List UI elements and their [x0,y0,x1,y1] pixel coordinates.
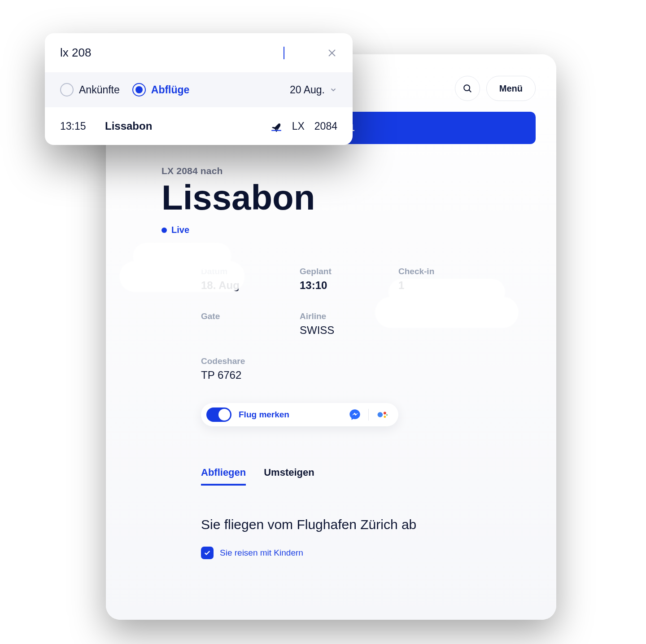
radio-arrivals[interactable]: Ankünfte [60,83,120,96]
filter-row: Ankünfte Abflüge 20 Aug. [45,72,353,107]
google-assistant-icon[interactable] [376,408,388,421]
live-indicator: Live [162,225,536,235]
date-select[interactable]: 20 Aug. [290,84,337,96]
svg-point-0 [464,85,470,91]
tab-depart[interactable]: Abfliegen [201,467,246,486]
children-checkbox-label: Sie reisen mit Kindern [220,548,303,558]
detail-label: Gate [201,311,300,321]
search-input-row [45,33,353,72]
svg-point-4 [384,416,386,418]
result-flight-number: 2084 [314,120,337,132]
chevron-down-icon [329,86,337,94]
close-icon[interactable] [327,48,337,58]
tab-transfer[interactable]: Umsteigen [264,467,314,486]
messenger-icon[interactable] [349,408,361,421]
search-icon [463,83,472,93]
svg-point-2 [377,412,383,417]
action-pill: Flug merken [201,403,398,426]
live-dot-icon [162,228,167,233]
children-checkbox-row: Sie reisen mit Kindern [201,547,536,559]
detail-value: 13:10 [300,279,398,292]
radio-label: Ankünfte [79,84,120,96]
section-title: Sie fliegen vom Flughafen Zürich ab [201,517,536,532]
tabs-row: Abfliegen Umsteigen [201,467,536,486]
detail-label: Codeshare [201,356,300,366]
radio-icon [132,83,146,96]
flight-destination-title: Lissabon [162,180,536,215]
divider [368,409,369,421]
svg-point-3 [384,412,386,415]
search-button[interactable] [455,76,480,101]
svg-line-1 [469,90,471,92]
live-text: Live [171,225,189,235]
svg-point-5 [386,414,388,416]
detail-label: Geplant [300,267,398,276]
radio-departures[interactable]: Abflüge [132,83,190,96]
menu-button[interactable]: Menü [486,76,536,101]
children-checkbox[interactable] [201,547,214,559]
detail-value: TP 6762 [201,369,300,381]
check-icon [204,549,211,556]
detail-gate: Gate [201,311,300,337]
result-time: 13:15 [60,120,92,132]
remember-flight-label: Flug merken [239,410,289,420]
radio-label: Abflüge [151,84,190,96]
search-result-row[interactable]: 13:15 Lissabon LX 2084 [45,107,353,145]
detail-codeshare: Codeshare TP 6762 [201,356,300,381]
cloud-decoration [119,261,245,292]
radio-icon [60,83,74,96]
flight-number-label: LX 2084 nach [162,166,536,176]
detail-planned: Geplant 13:10 [300,267,398,292]
text-cursor [284,47,284,59]
search-input[interactable] [60,46,284,60]
result-destination: Lissabon [105,120,257,132]
search-popup: Ankünfte Abflüge 20 Aug. 13:15 Lissabon … [45,33,353,145]
remember-flight-toggle[interactable] [206,407,231,422]
detail-label: Check-in [398,267,497,276]
plane-departure-icon [271,120,282,132]
result-airline: LX [292,120,305,132]
svg-rect-8 [271,130,281,131]
date-select-value: 20 Aug. [290,84,325,96]
cloud-decoration [375,297,519,328]
